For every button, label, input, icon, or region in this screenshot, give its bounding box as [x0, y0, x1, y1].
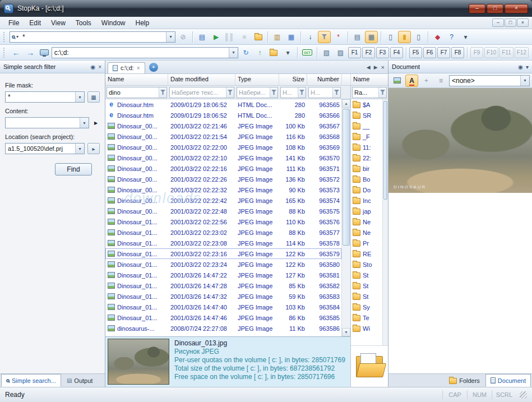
folders-scroll-thumb[interactable]: [383, 101, 387, 200]
file-mask-input[interactable]: *: [6, 93, 75, 101]
filter-input[interactable]: Н...: [281, 89, 298, 96]
add-tab-button[interactable]: +: [149, 63, 158, 72]
filter-funnel-button[interactable]: [159, 87, 166, 98]
location-dropdown[interactable]: ▾: [75, 144, 84, 154]
pin-icon[interactable]: ◉: [518, 64, 523, 70]
table-row[interactable]: Dinosaur_01...2001/03/26 14:47:28JPEG Im…: [105, 280, 341, 291]
export-list-icon[interactable]: ▥: [271, 31, 284, 43]
cancel-icon[interactable]: ⊘: [177, 31, 189, 43]
view-grid-icon[interactable]: ▦: [365, 31, 378, 43]
browse-folder-icon[interactable]: [252, 31, 265, 43]
folders-scrollbar[interactable]: [382, 99, 388, 345]
column-header-date-modified[interactable]: Date modified: [168, 74, 235, 85]
document-selector-combo[interactable]: <none> ▾: [449, 75, 530, 86]
scroll-track[interactable]: [342, 108, 350, 328]
table-row[interactable]: Dinosaur_01...2001/03/26 14:47:46JPEG Im…: [105, 312, 341, 323]
table-row[interactable]: Dinosaur_01...2001/03/22 02:23:16JPEG Im…: [105, 248, 341, 259]
address-combo[interactable]: c:\;d: ▾: [52, 47, 238, 58]
picture-mode-icon[interactable]: [391, 75, 404, 87]
refresh-icon[interactable]: ↻: [239, 47, 252, 59]
fkey-f10[interactable]: F10: [484, 47, 498, 58]
folder-item[interactable]: 11:: [351, 142, 382, 153]
folder-item[interactable]: Pr: [351, 238, 382, 248]
vertical-scrollbar[interactable]: ▲ ▼: [341, 99, 350, 336]
folder-item[interactable]: jap: [351, 206, 382, 216]
menu-edit[interactable]: Edit: [24, 18, 46, 28]
gem-icon[interactable]: ◆: [431, 31, 444, 43]
document-image[interactable]: DINOSAUR: [388, 88, 532, 193]
folder-item[interactable]: RE: [351, 248, 382, 259]
scroll-thumb[interactable]: [343, 109, 350, 246]
menu-help[interactable]: Help: [131, 18, 155, 28]
tab-scroll-left-icon[interactable]: ◀: [367, 64, 371, 70]
folder-item[interactable]: Ne: [351, 216, 382, 227]
preview-thumbnail[interactable]: [108, 339, 169, 385]
content-combo[interactable]: ▾: [5, 117, 89, 128]
panel-right-icon[interactable]: ▯: [412, 31, 425, 43]
columns-icon[interactable]: ▨: [334, 47, 347, 59]
fkey-f7[interactable]: F7: [437, 47, 450, 58]
folder-item[interactable]: Inc: [351, 195, 382, 206]
table-row[interactable]: Dinosaur_01...2001/03/26 14:47:32JPEG Im…: [105, 291, 341, 302]
folder-item[interactable]: Do: [351, 184, 382, 195]
toolbar-grip[interactable]: [3, 48, 6, 58]
location-combo[interactable]: a1.5_100520\def.prj ▾: [5, 143, 85, 154]
table-row[interactable]: Dinosaur_01...2001/03/26 14:47:22JPEG Im…: [105, 270, 341, 280]
folders-drop-area[interactable]: [351, 345, 388, 387]
filter-icon[interactable]: [318, 31, 331, 43]
content-expand-button[interactable]: ▶: [92, 117, 100, 128]
column-header-size[interactable]: Size: [279, 74, 307, 85]
table-row[interactable]: Dinosaur_01...2001/03/22 02:23:24JPEG Im…: [105, 259, 341, 270]
report-icon[interactable]: ▤: [196, 31, 209, 43]
fkey-f6[interactable]: F6: [423, 47, 436, 58]
folder-item[interactable]: Wi: [351, 323, 382, 334]
folder-item[interactable]: Bo: [351, 174, 382, 184]
folder-item[interactable]: _F: [351, 131, 382, 142]
location-browse-button[interactable]: ▸: [87, 143, 100, 154]
folder-item[interactable]: 22:: [351, 153, 382, 163]
search-input[interactable]: *: [20, 33, 166, 41]
folder-item[interactable]: $A: [351, 99, 382, 110]
menu-view[interactable]: View: [46, 18, 71, 28]
toolbar-grip[interactable]: [3, 32, 6, 42]
pin-icon[interactable]: ◉: [90, 64, 95, 70]
column-header-number[interactable]: Number: [307, 74, 342, 85]
new-folder-icon[interactable]: [267, 47, 280, 59]
fkey-f8[interactable]: F8: [451, 47, 464, 58]
views-dropdown-icon[interactable]: ▾: [281, 47, 294, 59]
encoding-badge[interactable]: ост: [300, 47, 314, 59]
encoding-list-icon[interactable]: ≡: [434, 75, 447, 87]
document-selector-dropdown[interactable]: ▾: [520, 76, 529, 86]
mdi-restore-button[interactable]: □: [505, 19, 516, 27]
table-row[interactable]: Dinosaur_00...2001/03/22 02:22:26JPEG Im…: [105, 174, 341, 184]
folders-header-label[interactable]: Name: [351, 74, 388, 84]
tab-document[interactable]: Document: [485, 374, 531, 387]
table-row[interactable]: Dinosaur_00...2001/03/22 02:22:32JPEG Im…: [105, 184, 341, 195]
tab-scroll-right-icon[interactable]: ▶: [374, 64, 378, 70]
sort-icon[interactable]: ↓: [304, 31, 317, 43]
back-button[interactable]: ←: [10, 47, 23, 59]
filter-funnel-button[interactable]: [270, 87, 277, 98]
fkey-f12[interactable]: F12: [515, 47, 529, 58]
menu-window[interactable]: Window: [96, 18, 131, 28]
search-combo-lead[interactable]: ▾: [10, 34, 20, 39]
mdi-close-button[interactable]: ×: [517, 19, 529, 27]
tab-close-icon[interactable]: ×: [137, 65, 140, 71]
table-row[interactable]: Dinosaur_00...2001/03/22 02:21:54JPEG Im…: [105, 131, 341, 142]
table-row[interactable]: Dinosaur_00...2001/03/22 02:22:42JPEG Im…: [105, 195, 341, 206]
folders-filter-button[interactable]: [378, 87, 386, 98]
fkey-f11[interactable]: F11: [499, 47, 514, 58]
folder-item[interactable]: Te: [351, 312, 382, 323]
content-dropdown[interactable]: ▾: [80, 118, 89, 128]
stop-icon[interactable]: ■: [238, 31, 251, 43]
table-row[interactable]: Dinosaur_01...2001/03/22 02:23:02JPEG Im…: [105, 227, 341, 238]
file-mask-combo[interactable]: * ▾: [5, 91, 85, 103]
mdi-minimize-button[interactable]: –: [492, 19, 504, 27]
search-combo-dropdown[interactable]: ▾: [166, 32, 175, 42]
split-view-icon[interactable]: ▧: [320, 47, 333, 59]
tab-output[interactable]: ▤Output: [62, 374, 98, 387]
scroll-up-icon[interactable]: ▲: [342, 99, 350, 108]
panel-close-icon[interactable]: ×: [98, 64, 101, 70]
address-combo-dropdown[interactable]: ▾: [229, 48, 238, 58]
folder-item[interactable]: Sy: [351, 302, 382, 312]
